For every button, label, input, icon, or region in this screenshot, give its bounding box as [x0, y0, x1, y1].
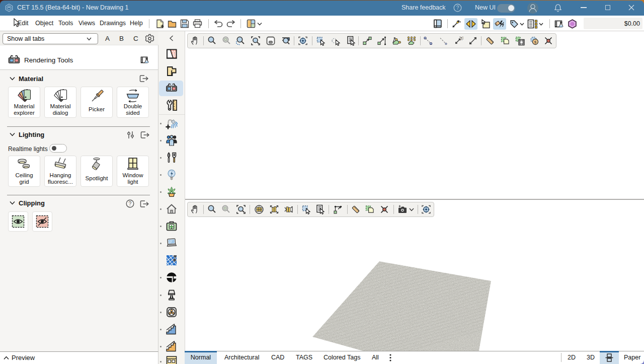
svg-text:$: $ — [534, 40, 537, 44]
svg-text:?: ? — [456, 5, 459, 11]
svg-text:(3): (3) — [461, 36, 464, 40]
svg-text:?: ? — [129, 200, 132, 206]
